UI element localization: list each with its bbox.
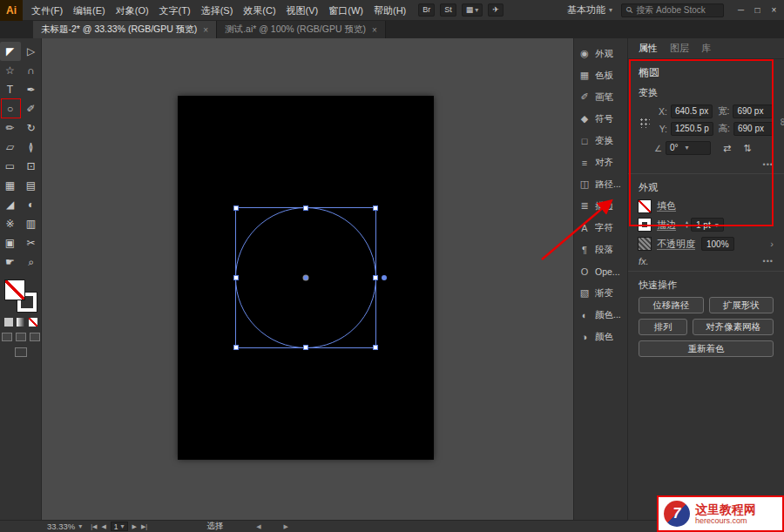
panel-character[interactable]: A字符 (574, 217, 627, 239)
hand-tool[interactable]: ☛ (0, 253, 21, 272)
fill-swatch[interactable] (5, 280, 24, 300)
shape-builder-tool[interactable]: ⊡ (21, 157, 42, 176)
magic-wand-tool[interactable]: ☆ (0, 61, 21, 80)
slice-tool[interactable]: ✂ (21, 233, 42, 253)
expand-shape-button[interactable]: 扩展形状 (709, 297, 774, 313)
tab-libraries[interactable]: 库 (701, 42, 711, 55)
tab-test-ai[interactable]: 测试.ai* @ 100% (RGB/GPU 预览) × (217, 21, 386, 38)
selection-handle[interactable] (373, 275, 378, 280)
fill-label[interactable]: 填色 (657, 199, 676, 212)
tab-properties[interactable]: 属性 (639, 42, 658, 55)
stroke-weight-select[interactable]: 1 pt▾ (691, 218, 724, 232)
previous-artboard-button[interactable]: ◀ (101, 523, 105, 530)
flip-horizontal-button[interactable]: ⇄ (723, 143, 731, 154)
align-pixel-grid-button[interactable]: 对齐像素网格 (693, 319, 774, 335)
zoom-tool[interactable]: ⌕ (21, 253, 42, 272)
scroll-right-icon[interactable]: ▶ (284, 523, 288, 530)
draw-normal-button[interactable] (2, 333, 12, 341)
selection-handle[interactable] (303, 345, 308, 350)
panel-align[interactable]: ≡对齐 (574, 152, 627, 173)
menu-edit[interactable]: 编辑(E) (68, 0, 111, 21)
none-button[interactable] (29, 318, 37, 327)
maximize-button[interactable]: □ (749, 5, 766, 15)
stock-search-input[interactable]: ⚲ 搜索 Adobe Stock (621, 3, 724, 17)
first-artboard-button[interactable]: |◀ (91, 523, 97, 530)
close-button[interactable]: × (766, 5, 782, 15)
illustrator-logo[interactable]: Ai (0, 0, 23, 21)
offset-path-button[interactable]: 位移路径 (639, 297, 704, 313)
draw-inside-button[interactable] (30, 333, 40, 341)
pen-tool[interactable]: ✒ (21, 80, 42, 99)
effects-button[interactable]: fx. (639, 256, 649, 266)
scale-tool[interactable]: ▱ (0, 138, 21, 157)
reference-point-locator[interactable] (639, 117, 650, 128)
panel-transform[interactable]: □变换 (574, 130, 627, 152)
last-artboard-button[interactable]: ▶| (141, 523, 147, 530)
menu-view[interactable]: 视图(V) (281, 0, 324, 21)
transform-more-options-button[interactable]: ••• (763, 160, 774, 169)
selection-tool[interactable]: ◤ (0, 42, 21, 61)
menu-file[interactable]: 文件(F) (26, 0, 68, 21)
panel-paragraph[interactable]: ¶段落 (574, 239, 627, 260)
link-dimensions-icon[interactable]: ∞ (777, 117, 784, 127)
appearance-more-options-button[interactable]: ••• (763, 257, 774, 266)
stroke-label[interactable]: 描边 (657, 219, 676, 232)
zoom-level-select[interactable]: 33.33%▾ (47, 522, 82, 531)
eyedropper-tool[interactable]: ◢ (0, 195, 21, 214)
rotation-select[interactable]: 0°▾ (666, 141, 711, 155)
x-input[interactable]: 640.5 px (671, 104, 713, 118)
close-icon[interactable]: × (372, 25, 377, 35)
menu-window[interactable]: 窗口(W) (323, 0, 368, 21)
opacity-label[interactable]: 不透明度 (657, 238, 695, 251)
panel-swatches[interactable]: ▦色板 (574, 64, 627, 86)
selection-handle[interactable] (373, 345, 378, 350)
blend-tool[interactable]: ◐ (21, 195, 42, 214)
panel-color-guide[interactable]: ◐颜色... (574, 304, 627, 326)
menu-help[interactable]: 帮助(H) (368, 0, 411, 21)
live-shape-widget[interactable] (382, 275, 387, 280)
column-graph-tool[interactable]: ▥ (21, 214, 42, 233)
panel-opentype[interactable]: OOpe... (574, 260, 627, 282)
minimize-button[interactable]: ─ (733, 5, 749, 15)
canvas[interactable] (42, 38, 573, 520)
gradient-tool[interactable]: ▤ (21, 176, 42, 195)
paintbrush-tool[interactable]: ✐ (21, 99, 42, 118)
selection-handle[interactable] (373, 205, 378, 211)
gradient-button[interactable] (17, 318, 25, 327)
free-transform-tool[interactable]: ▭ (0, 157, 21, 176)
panel-stroke[interactable]: ≣描边 (574, 195, 627, 217)
menu-object[interactable]: 对象(O) (111, 0, 154, 21)
close-icon[interactable]: × (203, 25, 208, 35)
stroke-weight-control[interactable]: ▴▾ 1 pt▾ (686, 218, 724, 232)
stepper-icon[interactable]: ▴▾ (686, 220, 688, 229)
selection-handle[interactable] (233, 205, 239, 211)
bridge-button[interactable]: Br (418, 3, 435, 17)
panel-brushes[interactable]: ✐画笔 (574, 86, 627, 108)
lasso-tool[interactable]: ∩ (21, 61, 42, 80)
stepper-down-icon[interactable]: ▾ (686, 225, 688, 229)
screen-mode-button[interactable] (15, 347, 27, 357)
draw-behind-button[interactable] (16, 333, 26, 341)
type-tool[interactable]: T (0, 80, 21, 99)
selection-handle[interactable] (233, 275, 239, 280)
menu-select[interactable]: 选择(S) (196, 0, 239, 21)
artboard[interactable] (178, 96, 434, 460)
panel-pathfinder[interactable]: ◫路径... (574, 173, 627, 195)
width-tool[interactable]: ≬ (21, 138, 42, 157)
mesh-tool[interactable]: ▦ (0, 176, 21, 195)
fill-color-swatch[interactable] (639, 200, 651, 212)
arrange-documents-button[interactable]: ▦▾ (462, 3, 483, 17)
stock-button[interactable]: St (440, 3, 456, 17)
selection-bounding-box[interactable] (235, 207, 376, 348)
share-button[interactable]: ✈ (488, 3, 504, 17)
ellipse-tool[interactable]: ○ (0, 99, 21, 118)
panel-color[interactable]: ◑颜色 (574, 326, 627, 347)
scroll-left-icon[interactable]: ◀ (256, 523, 260, 530)
menu-type[interactable]: 文字(T) (154, 0, 196, 21)
selection-handle[interactable] (233, 345, 239, 350)
arrange-button[interactable]: 排列 (639, 319, 687, 335)
artboard-number-select[interactable]: 1▾ (111, 522, 128, 531)
flip-vertical-button[interactable]: ⇅ (743, 143, 751, 154)
rotate-tool[interactable]: ↻ (21, 118, 42, 138)
selection-handle[interactable] (303, 205, 308, 211)
